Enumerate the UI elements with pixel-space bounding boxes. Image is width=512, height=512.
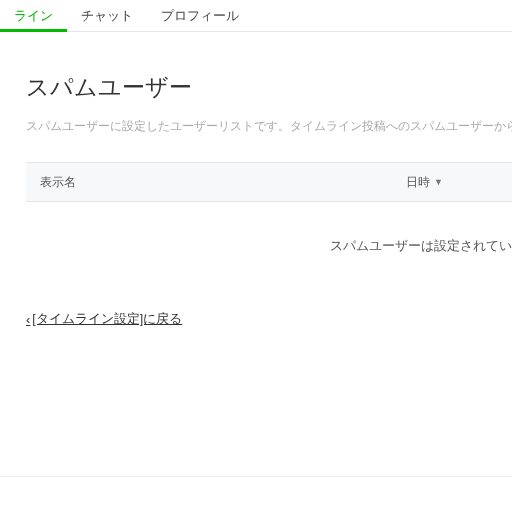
back-link-label: [タイムライン設定]に戻る	[32, 311, 182, 328]
chevron-left-icon: ‹	[26, 312, 30, 327]
empty-state-message: スパムユーザーは設定されてい	[26, 202, 512, 291]
column-header-date[interactable]: 日時 ▼	[406, 174, 443, 191]
main-content: スパムユーザー スパムユーザーに設定したユーザーリストです。タイムライン投稿への…	[0, 32, 512, 328]
page-description: スパムユーザーに設定したユーザーリストです。タイムライン投稿へのスパムユーザーか…	[26, 117, 512, 136]
back-link[interactable]: ‹ [タイムライン設定]に戻る	[26, 311, 182, 328]
tab-profile[interactable]: プロフィール	[147, 0, 253, 32]
column-header-name[interactable]: 表示名	[26, 174, 406, 191]
tab-timeline[interactable]: ライン	[0, 0, 67, 32]
tab-chat[interactable]: チャット	[67, 0, 147, 32]
back-link-container: ‹ [タイムライン設定]に戻る	[26, 311, 512, 328]
sort-desc-icon: ▼	[434, 177, 443, 187]
tab-bar: ライン チャット プロフィール	[0, 0, 512, 32]
column-header-date-label: 日時	[406, 174, 430, 191]
footer-divider	[0, 476, 512, 477]
page-title: スパムユーザー	[26, 72, 512, 103]
table-header: 表示名 日時 ▼	[26, 162, 512, 202]
